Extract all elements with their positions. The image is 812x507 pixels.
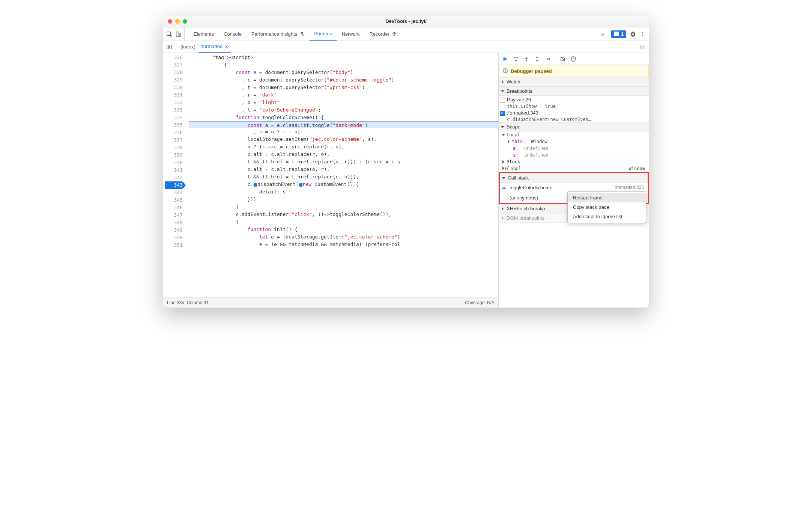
breakpoint-item[interactable]: :formatted:343 xyxy=(499,109,649,117)
line-number[interactable]: 334 xyxy=(165,114,183,121)
line-number[interactable]: 344 xyxy=(165,189,183,196)
code-line[interactable]: const e = document.querySelector("body") xyxy=(189,69,498,76)
watch-section-header[interactable]: Watch xyxy=(499,77,649,86)
code-editor[interactable]: "tag"><script> { const e = document.quer… xyxy=(186,53,498,297)
inspect-element-icon[interactable] xyxy=(166,31,172,37)
code-line[interactable]: e = !e && matchMedia && matchMedia("(pre… xyxy=(189,241,498,248)
line-number[interactable]: 331 xyxy=(165,91,183,99)
line-number[interactable]: 338 xyxy=(165,144,183,151)
line-number[interactable]: 329 xyxy=(165,76,183,84)
content-area: 3263273283293303313323333343353363373383… xyxy=(163,53,649,308)
experiment-icon: ⚗ xyxy=(392,31,397,37)
breakpoint-checkbox[interactable] xyxy=(500,111,505,116)
close-tab-icon[interactable]: × xyxy=(225,43,228,50)
line-number[interactable]: 348 xyxy=(165,219,183,226)
scope-global[interactable]: GlobalWindow xyxy=(499,165,649,172)
line-number[interactable]: 337 xyxy=(165,136,183,144)
step-out-icon[interactable] xyxy=(534,56,540,62)
svg-point-9 xyxy=(516,60,517,61)
line-number[interactable]: 330 xyxy=(165,84,183,91)
breakpoint-preview: this.isShow = true; xyxy=(499,104,649,109)
line-number[interactable]: 350 xyxy=(165,234,183,241)
line-number[interactable]: 342 xyxy=(165,174,183,181)
line-number[interactable]: 326 xyxy=(165,54,183,61)
code-line[interactable]: t && (t.href = t.href.replace(r, o))), xyxy=(189,173,498,181)
tab-sources[interactable]: Sources xyxy=(310,27,337,41)
show-navigator-icon[interactable] xyxy=(166,44,172,50)
code-line[interactable]: c.dispatchEvent(new CustomEvent(l,{ xyxy=(189,181,498,188)
line-number[interactable]: 351 xyxy=(165,241,183,249)
device-toolbar-icon[interactable] xyxy=(175,31,181,37)
code-line[interactable]: function init() { xyxy=(189,226,498,233)
line-number[interactable]: 340 xyxy=(165,159,183,166)
line-number-gutter[interactable]: 3263273283293303313323333343353363373383… xyxy=(163,53,186,297)
issues-badge[interactable]: 1 xyxy=(611,30,626,38)
sources-sub-tabbar: (index):formatted× xyxy=(163,41,649,53)
line-number[interactable]: 328 xyxy=(165,69,183,76)
code-line[interactable]: { xyxy=(189,61,498,69)
line-number[interactable]: 341 xyxy=(165,166,183,174)
deactivate-breakpoints-icon[interactable] xyxy=(560,56,566,62)
code-line[interactable]: t && (t.href = t.href.replace(o, r))) : … xyxy=(189,158,498,166)
code-line[interactable]: const a = e.classList.toggle("dark-mode"… xyxy=(189,121,498,128)
step-into-icon[interactable] xyxy=(523,56,529,62)
code-line[interactable]: a ? (c.src = c.src.replace(r, o), xyxy=(189,143,498,151)
line-number[interactable]: 347 xyxy=(165,211,183,219)
breakpoint-checkbox[interactable] xyxy=(500,98,505,103)
code-line[interactable]: } xyxy=(189,203,498,211)
line-number[interactable]: 345 xyxy=(165,196,183,204)
resume-icon[interactable] xyxy=(502,56,508,62)
code-line[interactable]: , c = document.querySelector("#color-sch… xyxy=(189,76,498,84)
context-menu-item[interactable]: Copy stack trace xyxy=(568,202,646,212)
line-number[interactable]: 349 xyxy=(165,226,183,234)
code-line[interactable]: , l = "colorSchemeChanged"; xyxy=(189,106,498,114)
scope-section-header[interactable]: Scope xyxy=(499,122,649,131)
kebab-menu-icon[interactable] xyxy=(640,31,646,37)
line-number[interactable]: 327 xyxy=(165,61,183,69)
line-number[interactable]: 339 xyxy=(165,151,183,159)
step-over-icon[interactable] xyxy=(513,56,519,62)
callstack-section-header[interactable]: Call stack xyxy=(500,173,648,183)
code-line[interactable]: { xyxy=(189,218,498,226)
file-tab[interactable]: :formatted× xyxy=(198,41,230,53)
settings-gear-icon[interactable] xyxy=(630,31,636,37)
show-debugger-icon[interactable] xyxy=(640,44,646,50)
context-menu-item[interactable]: Add script to ignore list xyxy=(568,212,646,221)
scope-block[interactable]: Block xyxy=(499,158,649,165)
code-line[interactable]: function toggleColorScheme() { xyxy=(189,114,498,121)
tab-recorder[interactable]: Recorder⚗ xyxy=(365,27,401,41)
code-line[interactable]: , o = "light" xyxy=(189,99,498,106)
breakpoint-item[interactable]: Pay.vue:29 xyxy=(499,96,649,104)
tab-performance-insights[interactable]: Performance insights⚗ xyxy=(247,27,309,41)
line-number[interactable]: 333 xyxy=(165,106,183,114)
debugger-paused-banner: ⓘ Debugger paused xyxy=(499,65,649,77)
step-icon[interactable] xyxy=(544,56,550,62)
scope-this[interactable]: this: Window xyxy=(499,138,649,145)
code-line[interactable]: c.addEventListener("click", ()=>toggleCo… xyxy=(189,211,498,218)
code-line[interactable]: c.alt = c.alt.replace(o, r), xyxy=(189,166,498,173)
scope-local[interactable]: Local xyxy=(499,131,649,138)
code-line[interactable]: "tag"><script> xyxy=(189,54,498,61)
tab-elements[interactable]: Elements xyxy=(189,27,218,41)
more-tabs-chevron-icon[interactable]: » xyxy=(599,31,607,37)
line-number[interactable]: 332 xyxy=(165,99,183,106)
banner-text: Debugger paused xyxy=(511,68,552,74)
tab-console[interactable]: Console xyxy=(219,27,246,41)
code-line[interactable]: , t = document.querySelector("#prism-css… xyxy=(189,84,498,91)
code-line[interactable]: localStorage.setItem("jec.color-scheme",… xyxy=(189,136,498,143)
line-number[interactable]: 335 xyxy=(165,121,183,129)
code-line[interactable]: , r = "dark" xyxy=(189,91,498,99)
breakpoints-section-header[interactable]: Breakpoints xyxy=(499,86,649,96)
line-number[interactable]: 346 xyxy=(165,204,183,211)
context-menu-item[interactable]: Restart frame xyxy=(568,193,646,202)
tab-network[interactable]: Network xyxy=(337,27,364,41)
line-number[interactable]: 336 xyxy=(165,129,183,136)
code-line[interactable]: c.alt = c.alt.replace(r, o), xyxy=(189,151,498,158)
pause-on-exceptions-icon[interactable] xyxy=(570,56,576,62)
code-line[interactable]: detail: s xyxy=(189,188,498,196)
code-line[interactable]: , s = a ? r : o; xyxy=(189,128,498,136)
code-line[interactable]: })) xyxy=(189,196,498,203)
code-line[interactable]: let e = localStorage.getItem("jec.color-… xyxy=(189,233,498,241)
file-tab[interactable]: (index) xyxy=(178,41,198,53)
line-number[interactable]: 343 xyxy=(165,181,183,189)
